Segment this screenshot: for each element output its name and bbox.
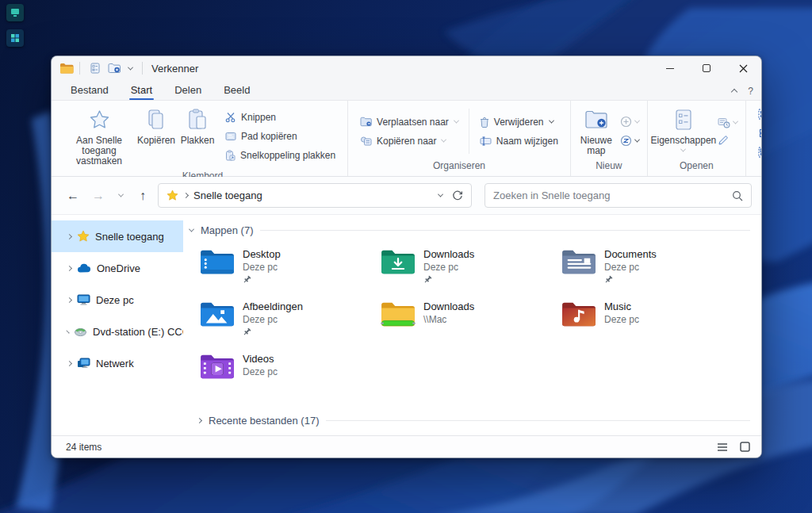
delete-button[interactable]: Verwijderen: [476, 113, 562, 130]
documents-folder-icon: [561, 247, 597, 277]
rename-button[interactable]: Naam wijzigen: [476, 132, 562, 149]
copy-path-button[interactable]: Pad kopiëren: [221, 128, 339, 145]
back-button[interactable]: ←: [63, 186, 83, 206]
desktop-shortcut-icon[interactable]: [6, 29, 24, 47]
scissors-icon: [225, 112, 236, 123]
sidebar-item-snelle-toegang[interactable]: Snelle toegang: [52, 220, 183, 252]
copy-to-button[interactable]: Kopiëren naar: [356, 132, 462, 149]
close-icon: [739, 64, 748, 73]
desktop: Verkenner Bestand Start Delen Beeld ?: [0, 0, 812, 513]
expand-chevron-icon[interactable]: [67, 265, 72, 270]
pin-to-quick-access-button[interactable]: Aan Snelle toegang vastmaken: [63, 104, 136, 169]
move-to-button[interactable]: Verplaatsen naar: [356, 113, 462, 130]
expand-group-chevron-icon[interactable]: [197, 417, 202, 423]
select-none-button[interactable]: Niets selecteren: [754, 124, 762, 141]
cut-button[interactable]: Knippen: [221, 109, 339, 126]
breadcrumb-location[interactable]: Snelle toegang: [193, 190, 262, 201]
forward-button[interactable]: →: [88, 186, 109, 206]
folder-tile-documents[interactable]: Documents Deze pc: [559, 245, 730, 297]
divider: [79, 62, 80, 75]
select-all-button[interactable]: Alles selecteren: [754, 105, 762, 122]
expand-chevron-icon[interactable]: [67, 360, 72, 366]
select-none-icon: [758, 128, 762, 139]
title-bar: Verkenner: [52, 56, 761, 80]
pin-icon: [243, 327, 303, 336]
videos-folder-icon: [199, 351, 236, 381]
select-all-icon: [758, 109, 762, 120]
folder-tile-afbeeldingen[interactable]: Afbeeldingen Deze pc: [197, 297, 368, 350]
expand-chevron-icon[interactable]: [66, 330, 69, 333]
collapse-ribbon-icon[interactable]: [732, 85, 737, 97]
folder-tile-downloads[interactable]: Downloads Deze pc: [378, 245, 549, 297]
folders-grid: Desktop Deze pc Download: [197, 245, 755, 402]
network-icon: [77, 358, 90, 369]
group-organiseren: Verplaatsen naar Kopiëren naar: [348, 101, 571, 176]
downloads-folder-icon: [380, 247, 416, 277]
tab-beeld[interactable]: Beeld: [213, 82, 261, 100]
dvd-drive-icon: [74, 327, 87, 337]
paste-button[interactable]: Plakken: [177, 104, 218, 169]
copy-to-icon: [360, 136, 372, 146]
expand-chevron-icon[interactable]: [67, 233, 72, 239]
invert-selection-icon: [758, 147, 762, 158]
tab-bestand[interactable]: Bestand: [59, 82, 120, 100]
status-bar: 24 items: [52, 435, 761, 457]
pin-icon: [243, 275, 281, 284]
paste-shortcut-icon: [225, 150, 236, 161]
folder-tile-music[interactable]: Music Deze pc: [559, 297, 730, 350]
folder-tile-videos[interactable]: Videos Deze pc: [197, 350, 368, 402]
sidebar-item-onedrive[interactable]: OneDrive: [52, 252, 183, 284]
group-label-organiseren: Organiseren: [348, 159, 570, 176]
new-item-plus-icon: [620, 116, 632, 128]
collapse-group-chevron-icon[interactable]: [189, 226, 194, 232]
address-bar[interactable]: Snelle toegang: [158, 183, 472, 208]
recent-files-group-header[interactable]: Recente bestanden (17): [197, 413, 755, 427]
recent-locations-chevron-icon[interactable]: [113, 186, 128, 206]
group-label-nieuw: Nieuw: [571, 159, 647, 176]
properties-button[interactable]: Eigenschappen: [653, 104, 714, 159]
refresh-icon[interactable]: [452, 190, 463, 201]
copy-button[interactable]: Kopiëren: [136, 104, 177, 169]
sidebar-item-netwerk[interactable]: Netwerk: [52, 347, 183, 379]
music-folder-icon: [561, 299, 597, 329]
new-item-button[interactable]: [620, 116, 639, 128]
close-button[interactable]: [725, 56, 761, 80]
paste-shortcut-button[interactable]: Snelkoppeling plakken: [221, 147, 339, 164]
search-icon[interactable]: [732, 190, 743, 201]
tab-start[interactable]: Start: [120, 82, 163, 100]
pencil-icon: [718, 136, 728, 146]
move-to-folder-icon: [360, 117, 372, 127]
folder-tile-downloads-mac[interactable]: Downloads \\Mac: [378, 297, 549, 350]
group-label-selecteren: Selecteren: [746, 162, 762, 176]
folder-tile-desktop[interactable]: Desktop Deze pc: [197, 245, 368, 297]
up-button[interactable]: ↑: [132, 186, 153, 206]
minimize-button[interactable]: [652, 56, 688, 80]
qat-dropdown-chevron-icon[interactable]: [124, 59, 136, 78]
breadcrumb-chevron-icon[interactable]: [183, 193, 189, 198]
qat-new-folder-icon[interactable]: [105, 59, 124, 78]
expand-chevron-icon[interactable]: [67, 297, 72, 302]
invert-selection-button[interactable]: Selectie omkeren: [754, 144, 762, 160]
large-icons-view-icon[interactable]: [737, 440, 752, 454]
search-box[interactable]: [485, 183, 752, 208]
folders-group-header[interactable]: Mappen (7): [190, 223, 755, 237]
easy-access-button[interactable]: [620, 135, 639, 147]
qat-properties-icon[interactable]: [86, 59, 105, 78]
details-view-icon[interactable]: [715, 440, 730, 454]
address-dropdown-chevron-icon[interactable]: [438, 192, 443, 197]
desktop-shortcut-icon[interactable]: [6, 4, 24, 21]
maximize-button[interactable]: [688, 56, 725, 80]
help-icon[interactable]: ?: [748, 86, 753, 97]
sidebar-item-deze-pc[interactable]: Deze pc: [52, 284, 183, 316]
edit-button[interactable]: [718, 136, 737, 146]
group-klembord: Aan Snelle toegang vastmaken Kopiëren Pl…: [58, 101, 348, 176]
desktop-folder-icon: [199, 247, 236, 277]
sidebar-item-dvd-station[interactable]: Dvd-station (E:) CCC: [52, 316, 183, 347]
history-button[interactable]: [718, 117, 737, 128]
search-input[interactable]: [493, 190, 732, 201]
tab-delen[interactable]: Delen: [163, 82, 213, 100]
history-icon: [718, 117, 730, 128]
items-view: Mappen (7) Desktop Deze pc: [183, 215, 761, 435]
new-folder-button[interactable]: Nieuwe map: [576, 104, 617, 159]
ribbon: Aan Snelle toegang vastmaken Kopiëren Pl…: [52, 101, 761, 177]
